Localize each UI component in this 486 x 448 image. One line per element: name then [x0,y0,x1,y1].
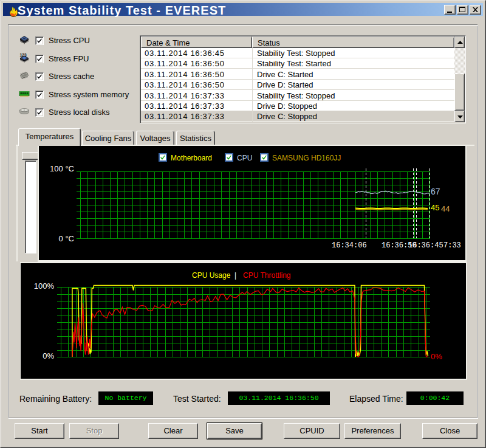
svg-text:123: 123 [20,53,27,57]
